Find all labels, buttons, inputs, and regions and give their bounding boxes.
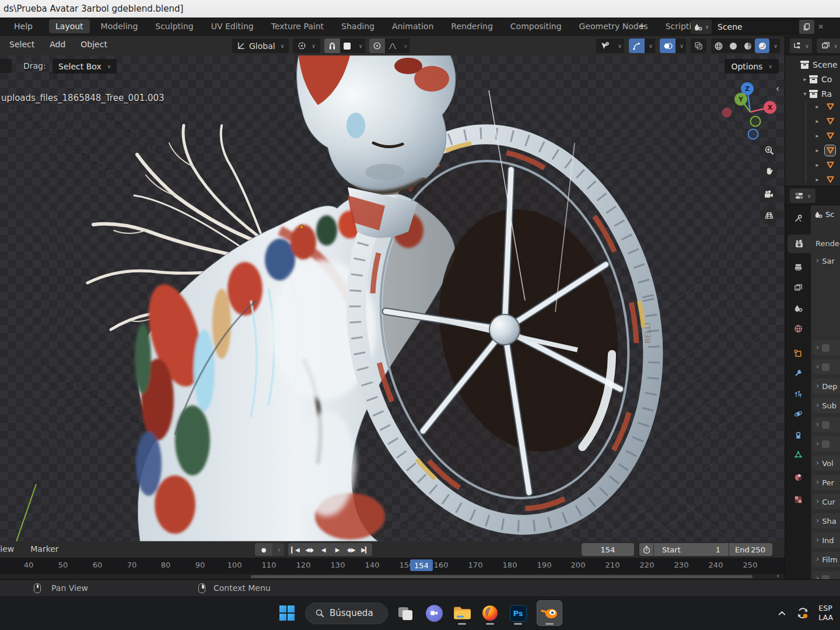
workspace-tab[interactable]: Modeling [94,19,145,33]
panel-expand-icon[interactable]: ‹ [816,401,819,410]
timeline-menu[interactable]: View [0,544,14,554]
header-menu[interactable]: Select [9,40,34,49]
timeline-scrollbar[interactable] [251,575,752,578]
scene-name-field[interactable]: Scene [712,20,798,34]
workspace-tab[interactable]: Texture Paint [265,19,330,33]
properties-panel-row[interactable]: ‹ Cur [813,494,840,509]
snap-options-dropdown[interactable]: ∨ [355,38,365,53]
tab-tool[interactable] [785,209,811,228]
region-toggle-icon[interactable]: ‹ [776,571,779,580]
workspace-tab[interactable]: Rendering [444,19,499,33]
overlays-dropdown[interactable]: ∨ [676,38,686,53]
tab-object-data[interactable] [785,445,811,464]
workspace-tab[interactable]: Sculpting [149,19,200,33]
tab-render[interactable] [788,235,811,253]
axis-negative-y[interactable] [751,117,761,127]
gizmos-toggle[interactable] [629,38,645,53]
properties-panel-row[interactable]: ‹ Per [813,475,840,490]
outliner-mesh-row[interactable]: ▸ [785,158,840,172]
select-box-dropdown[interactable]: Select Box ∨ [52,59,117,74]
properties-panel-row[interactable]: ‹ [813,359,840,374]
workspace-tab[interactable]: Compositing [504,19,568,33]
outliner-scene-row[interactable]: Scene [800,58,838,71]
use-preview-range-button[interactable] [639,543,653,556]
language-indicator[interactable]: ESP LAA [818,604,833,622]
timeline-ruler[interactable]: 154 405060708090100110120130140150160170… [0,558,785,574]
tab-output[interactable] [785,258,811,276]
tab-view-layer[interactable] [785,278,811,297]
expand-arrow-icon[interactable]: ▸ [801,76,809,82]
expand-arrow-icon[interactable]: ▸ [813,118,821,124]
panel-checkbox[interactable] [822,421,830,429]
tab-world[interactable] [785,319,811,338]
show-object-types-button[interactable] [596,38,614,53]
axis-negative-x[interactable] [722,108,732,118]
axis-negative-z[interactable] [748,130,758,139]
properties-panel-row[interactable]: ‹ Sub [813,398,840,413]
new-scene-button[interactable] [799,20,814,34]
header-menu[interactable]: Object [80,40,107,49]
falloff-dropdown[interactable]: ∨ [400,38,410,53]
panel-expand-icon[interactable]: ‹ [816,498,819,506]
tab-modifiers[interactable] [785,363,811,382]
properties-panel-row[interactable]: ‹ [813,436,840,452]
firefox-button[interactable] [480,600,500,626]
workspace-tab[interactable]: Shading [335,19,381,33]
shading-rendered-button[interactable] [755,38,769,53]
object-types-dropdown[interactable]: ∨ [614,38,624,53]
properties-editor-type-dropdown[interactable]: ∨ [790,188,816,203]
zoom-button[interactable] [760,141,778,159]
panel-checkbox[interactable] [822,363,830,371]
tab-texture[interactable] [785,490,811,509]
tray-expand-icon[interactable] [777,608,787,618]
panel-expand-icon[interactable]: ‹ [816,257,819,265]
sidebar-toggle-icon[interactable]: ‹ [776,83,779,94]
pivot-point-dropdown[interactable]: ∨ [293,38,320,53]
shading-dropdown[interactable]: ∨ [769,38,780,53]
playback-button[interactable]: ▎◀ [288,543,302,556]
navigation-gizmo[interactable]: Z Y X [719,82,784,147]
tab-physics[interactable] [785,404,811,423]
options-dropdown[interactable]: Options ∨ [724,59,779,74]
sync-icon[interactable] [796,607,809,620]
unlink-scene-button[interactable]: ✕ [814,20,827,34]
outliner-mesh-row[interactable]: ▸ [785,99,840,114]
header-menu[interactable]: Add [50,40,65,49]
outliner-mesh-row[interactable]: ▸ [785,172,840,187]
panel-expand-icon[interactable]: ‹ [816,440,819,449]
blender-button[interactable] [536,600,563,626]
outliner-collection-row[interactable]: ▸ Co [801,72,832,86]
xray-toggle[interactable] [691,38,706,53]
teams-button[interactable] [424,600,444,626]
orthographic-toggle-button[interactable] [760,206,778,225]
pan-button[interactable] [760,162,778,180]
panel-expand-icon[interactable]: ‹ [816,478,819,487]
search-box[interactable]: Búsqueda [305,603,388,624]
current-frame-field[interactable]: 154 [582,543,634,556]
outliner-editor-type-dropdown[interactable]: ∨ [790,38,812,53]
shading-material-button[interactable] [740,38,755,53]
panel-expand-icon[interactable]: ‹ [816,382,819,391]
window-titlebar[interactable]: ds\Prueba Avatar 3arbol gdeblend.blend] [0,0,840,18]
gizmos-dropdown[interactable]: ∨ [645,38,655,53]
shading-wireframe-button[interactable] [711,38,726,53]
panel-expand-icon[interactable]: ‹ [816,555,819,564]
tab-object[interactable] [785,344,811,363]
auto-key-dropdown[interactable]: ∨ [272,543,284,556]
properties-panel-row[interactable]: ‹ Ind [813,533,840,548]
panel-expand-icon[interactable]: ‹ [816,575,819,580]
start-button[interactable] [277,600,297,626]
snap-toggle[interactable] [324,38,340,53]
outliner-collection-open-row[interactable]: ▾ Ra [801,87,832,100]
expand-arrow-icon[interactable]: ▸ [813,147,821,153]
snap-target-button[interactable] [340,38,355,53]
playhead-badge[interactable]: 154 [410,559,433,571]
properties-panel-row[interactable]: ‹ Sha [813,513,840,528]
panel-expand-icon[interactable]: ‹ [816,344,819,352]
transform-orientation-dropdown[interactable]: Global ∨ [232,38,289,53]
expand-arrow-icon[interactable]: ▸ [813,103,821,110]
auto-key-button[interactable]: ● [255,543,272,556]
playback-button[interactable]: ◆▶ [344,543,358,556]
outliner-mesh-row[interactable]: ▸ [785,143,840,158]
file-explorer-button[interactable] [452,600,472,626]
